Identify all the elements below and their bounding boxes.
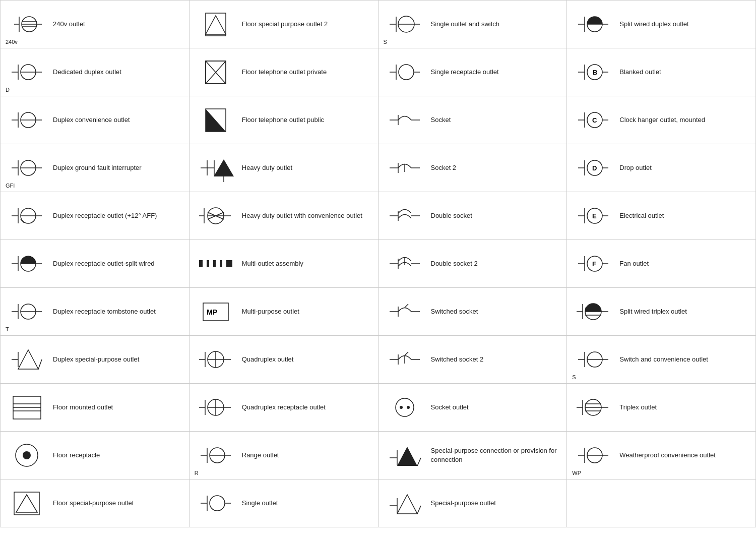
svg-line-77	[21, 219, 24, 223]
symbol-single-outlet	[196, 491, 236, 516]
svg-line-121	[405, 304, 408, 308]
cell-socket: Socket	[379, 96, 568, 144]
svg-point-30	[399, 65, 414, 80]
cell-switched-socket-2: Switched socket 2	[379, 336, 568, 384]
cell-single-receptacle: Single receptacle outlet	[379, 48, 568, 96]
cell-quadruplex-receptacle: Quadruplex receptacle outlet	[190, 384, 379, 432]
label-socket-2: Socket 2	[431, 163, 561, 172]
cell-special-purpose-connection: Special-purpose connection or provision …	[379, 432, 568, 479]
cell-duplex-split-wired: Duplex receptacle outlet-split wired	[1, 240, 190, 288]
symbol-switched-socket	[385, 299, 425, 324]
label-duplex-special-purpose: Duplex special-purpose outlet	[53, 355, 183, 364]
cell-single-outlet: Single outlet	[190, 479, 379, 527]
label-drop-outlet: Drop outlet	[619, 163, 749, 172]
label-240v: 240v outlet	[53, 20, 183, 29]
label-floor-special-2: Floor special purpose outlet 2	[242, 20, 372, 29]
cell-single-outlet-switch: Single outlet and switch S	[379, 1, 568, 48]
cell-floor-receptacle: Floor receptacle	[1, 432, 190, 479]
cell-floor-special-purpose: Floor special-purpose outlet	[1, 479, 190, 527]
cell-240v: 240v outlet 240v	[1, 1, 190, 48]
cell-fan-outlet: F Fan outlet	[567, 240, 756, 288]
label-socket: Socket	[431, 115, 561, 125]
sublabel-dedicated-duplex: D	[6, 87, 10, 93]
symbol-triplex-outlet	[573, 395, 613, 420]
label-quadruplex-receptacle: Quadruplex receptacle outlet	[242, 403, 372, 412]
label-triplex-outlet: Triplex outlet	[619, 403, 749, 412]
svg-rect-7	[206, 13, 226, 36]
label-multi-outlet-assembly: Multi-outlet assembly	[242, 259, 372, 268]
label-duplex-split-wired: Duplex receptacle outlet-split wired	[53, 259, 183, 268]
svg-point-162	[407, 406, 410, 409]
symbol-multi-purpose: MP	[196, 301, 236, 323]
symbol-floor-tel-public	[196, 106, 236, 134]
cell-special-purpose-outlet: Special-purpose outlet	[379, 479, 568, 527]
svg-text:F: F	[592, 260, 596, 268]
svg-line-143	[405, 352, 408, 355]
label-weatherproof-convenience: Weatherproof convenience outlet	[619, 451, 749, 460]
cell-empty	[567, 479, 756, 527]
label-fan-outlet: Fan outlet	[619, 259, 749, 268]
symbol-heavy-duty-convenience	[196, 203, 236, 228]
symbol-socket	[385, 107, 425, 133]
svg-marker-61	[214, 159, 234, 176]
symbol-heavy-duty	[196, 154, 236, 182]
label-range-outlet: Range outlet	[242, 451, 372, 460]
label-double-socket-2: Double socket 2	[431, 259, 561, 268]
svg-text:E: E	[592, 212, 597, 220]
cell-switched-socket: Switched socket	[379, 288, 568, 336]
svg-line-195	[417, 506, 421, 514]
cell-floor-tel-public: Floor telephone outlet public	[190, 96, 379, 144]
cell-clock-hanger: C Clock hanger outlet, mounted	[567, 96, 756, 144]
cell-duplex-special-purpose: Duplex special-purpose outlet	[1, 336, 190, 384]
symbol-duplex-tombstone	[7, 299, 47, 324]
symbol-range-outlet	[196, 443, 236, 468]
cell-floor-tel-private: Floor telephone outlet private	[190, 48, 379, 96]
svg-rect-186	[14, 492, 39, 515]
label-duplex-12aff: Duplex receptacle outlet (+12° AFF)	[53, 211, 183, 220]
cell-socket-outlet: Socket outlet	[379, 384, 568, 432]
symbol-floor-tel-private	[196, 58, 236, 86]
symbol-electrical-outlet: E	[573, 203, 613, 228]
cell-blanked-outlet: B Blanked outlet	[567, 48, 756, 96]
label-multi-purpose: Multi-purpose outlet	[242, 307, 372, 316]
svg-text:C: C	[592, 116, 597, 124]
label-floor-tel-private: Floor telephone outlet private	[242, 68, 372, 77]
label-dedicated-duplex: Dedicated duplex outlet	[53, 68, 183, 77]
label-electrical-outlet: Electrical outlet	[619, 211, 749, 220]
cell-double-socket-2: Double socket 2	[379, 240, 568, 288]
label-socket-outlet: Socket outlet	[431, 403, 561, 412]
symbol-double-socket-2	[385, 251, 425, 276]
cell-triplex-outlet: Triplex outlet	[567, 384, 756, 432]
sublabel-duplex-gfi: GFI	[6, 183, 15, 189]
symbol-single-outlet-switch	[385, 11, 425, 38]
label-single-outlet-switch: Single outlet and switch	[431, 20, 561, 29]
svg-line-180	[417, 458, 421, 466]
svg-marker-187	[16, 495, 37, 512]
symbol-quadruplex-receptacle	[196, 395, 236, 420]
label-floor-receptacle: Floor receptacle	[53, 451, 183, 460]
symbol-duplex-split-wired	[7, 251, 47, 276]
svg-rect-102	[222, 260, 226, 267]
svg-marker-132	[18, 350, 38, 369]
label-special-purpose-connection: Special-purpose connection or provision …	[431, 446, 561, 464]
symbol-duplex-special-purpose	[7, 346, 47, 374]
svg-point-190	[210, 496, 225, 511]
sublabel-240v: 240v	[6, 39, 18, 45]
symbol-quadruplex	[196, 347, 236, 372]
symbol-floor-mounted	[7, 394, 47, 422]
symbol-switched-socket-2	[385, 347, 425, 372]
symbol-duplex-convenience	[7, 107, 47, 133]
cell-multi-outlet-assembly: Multi-outlet assembly	[190, 240, 379, 288]
svg-marker-8	[206, 16, 226, 34]
cell-duplex-12aff: Duplex receptacle outlet (+12° AFF)	[1, 192, 190, 240]
cell-socket-2: Socket 2	[379, 144, 568, 192]
symbol-double-socket	[385, 203, 425, 228]
symbol-switch-convenience	[573, 347, 613, 372]
symbol-socket-2	[385, 155, 425, 181]
label-double-socket: Double socket	[431, 211, 561, 220]
cell-dedicated-duplex: Dedicated duplex outlet D	[1, 48, 190, 96]
svg-point-160	[396, 398, 414, 416]
label-floor-mounted: Floor mounted outlet	[53, 403, 183, 412]
label-split-wired-triplex: Split wired triplex outlet	[619, 307, 749, 316]
label-duplex-convenience: Duplex convenience outlet	[53, 115, 183, 125]
